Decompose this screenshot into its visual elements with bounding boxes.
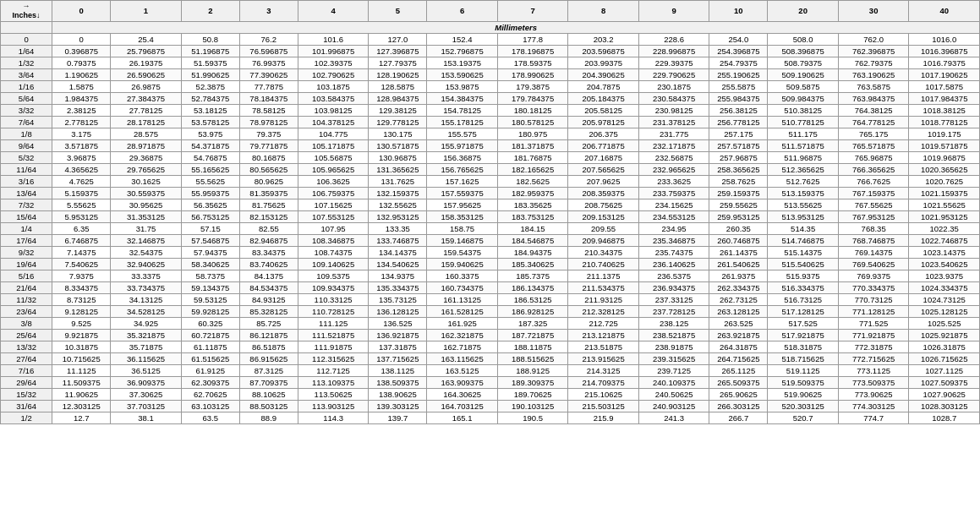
cell-value: 768.746875 [838, 234, 909, 246]
cell-value: 26.19375 [111, 57, 182, 68]
cell-value: 135.73125 [369, 293, 427, 305]
page-container: → Inches↓ 0 1 2 3 4 5 6 7 8 9 10 20 30 4… [0, 0, 980, 424]
cell-value: 113.50625 [298, 388, 369, 400]
cell-value: 188.9125 [497, 364, 568, 376]
cell-value: 229.39375 [638, 57, 709, 68]
cell-value: 84.93125 [239, 293, 298, 305]
cell-value: 29.36875 [111, 151, 182, 163]
cell-value: 82.55 [239, 222, 298, 234]
cell-value: 109.5375 [298, 270, 369, 281]
table-row: 17/646.74687532.14687557.54687582.946875… [1, 234, 980, 246]
cell-value: 88.9 [239, 412, 298, 423]
cell-value: 257.571875 [709, 139, 768, 151]
cell-value: 772.715625 [838, 352, 909, 364]
cell-value: 31.75 [111, 222, 182, 234]
cell-value: 132.953125 [369, 210, 427, 222]
cell-value: 36.115625 [111, 352, 182, 364]
cell-value: 259.55625 [709, 199, 768, 210]
cell-value: 774.303125 [838, 400, 909, 412]
cell-value: 514.746875 [768, 234, 839, 246]
cell-value: 62.70625 [181, 388, 239, 400]
cell-value: 770.334375 [838, 281, 909, 293]
table-row: 13/3210.3187535.7187561.1187586.51875111… [1, 341, 980, 352]
cell-value: 1023.9375 [909, 270, 980, 281]
cell-value: 1023.14375 [909, 246, 980, 258]
cell-value: 203.99375 [568, 57, 639, 68]
cell-value: 518.31875 [768, 341, 839, 352]
cell-value: 79.375 [239, 128, 298, 139]
cell-value: 231.378125 [638, 116, 709, 128]
cell-value: 232.965625 [638, 163, 709, 175]
cell-value: 259.159375 [709, 187, 768, 199]
table-row: 7/642.77812528.17812553.57812578.9781251… [1, 116, 980, 128]
table-row: 15/645.95312531.35312556.75312582.153125… [1, 210, 980, 222]
cell-value: 1024.334375 [909, 281, 980, 293]
col-header-40: 40 [909, 1, 980, 22]
unit-header-row: Millimeters [1, 21, 980, 33]
cell-value: 130.571875 [369, 139, 427, 151]
cell-value: 110.33125 [298, 293, 369, 305]
cell-value: 770.73125 [838, 293, 909, 305]
cell-value: 107.95 [298, 222, 369, 234]
cell-value: 88.503125 [239, 400, 298, 412]
cell-value: 7.9375 [52, 270, 111, 281]
cell-value: 1017.984375 [909, 92, 980, 104]
cell-value: 86.915625 [239, 352, 298, 364]
cell-value: 239.315625 [638, 352, 709, 364]
cell-value: 769.14375 [838, 246, 909, 258]
cell-value: 228.996875 [638, 45, 709, 57]
cell-value: 131.7625 [369, 175, 427, 187]
inch-label: 15/64 [1, 210, 52, 222]
cell-value: 212.725 [568, 317, 639, 329]
cell-value: 32.54375 [111, 246, 182, 258]
cell-value: 160.734375 [427, 281, 498, 293]
cell-value: 188.515625 [497, 352, 568, 364]
cell-value: 34.528125 [111, 305, 182, 317]
cell-value: 111.521875 [298, 329, 369, 341]
cell-value: 255.190625 [709, 68, 768, 80]
cell-value: 512.7625 [768, 175, 839, 187]
cell-value: 183.35625 [497, 199, 568, 210]
cell-value: 5.953125 [52, 210, 111, 222]
inch-label: 3/8 [1, 317, 52, 329]
cell-value: 129.38125 [369, 104, 427, 116]
cell-value: 85.725 [239, 317, 298, 329]
cell-value: 207.9625 [568, 175, 639, 187]
cell-value: 232.171875 [638, 139, 709, 151]
inch-label: 3/32 [1, 104, 52, 116]
table-row: 19/647.54062532.94062558.34062583.740625… [1, 258, 980, 270]
cell-value: 132.55625 [369, 199, 427, 210]
cell-value: 152.4 [427, 33, 498, 45]
cell-value: 203.2 [568, 33, 639, 45]
cell-value: 114.3 [298, 412, 369, 423]
cell-value: 1024.73125 [909, 293, 980, 305]
cell-value: 188.11875 [497, 341, 568, 352]
cell-value: 763.5875 [838, 80, 909, 92]
table-row: 1/46.3531.7557.1582.55107.95133.35158.75… [1, 222, 980, 234]
corner-inches: Inches↓ [13, 11, 41, 19]
unit-label: Millimeters [52, 21, 980, 33]
cell-value: 257.96875 [709, 151, 768, 163]
cell-value: 517.128125 [768, 305, 839, 317]
cell-value: 239.7125 [638, 364, 709, 376]
cell-value: 215.503125 [568, 400, 639, 412]
cell-value: 37.30625 [111, 388, 182, 400]
cell-value: 203.596875 [568, 45, 639, 57]
cell-value: 136.921875 [369, 329, 427, 341]
col-header-3: 3 [239, 1, 298, 22]
table-row: 5/641.98437527.38437552.78437578.1843751… [1, 92, 980, 104]
cell-value: 179.784375 [497, 92, 568, 104]
inch-label: 7/64 [1, 116, 52, 128]
cell-value: 238.521875 [638, 329, 709, 341]
table-row: 1/640.39687525.79687551.19687576.5968751… [1, 45, 980, 57]
cell-value: 83.740625 [239, 258, 298, 270]
cell-value: 137.715625 [369, 352, 427, 364]
cell-value: 773.509375 [838, 376, 909, 388]
cell-value: 154.384375 [427, 92, 498, 104]
cell-value: 134.9375 [369, 270, 427, 281]
cell-value: 55.5625 [181, 175, 239, 187]
cell-value: 84.1375 [239, 270, 298, 281]
cell-value: 1025.128125 [909, 305, 980, 317]
cell-value: 508.396875 [768, 45, 839, 57]
col-header-8: 8 [568, 1, 639, 22]
